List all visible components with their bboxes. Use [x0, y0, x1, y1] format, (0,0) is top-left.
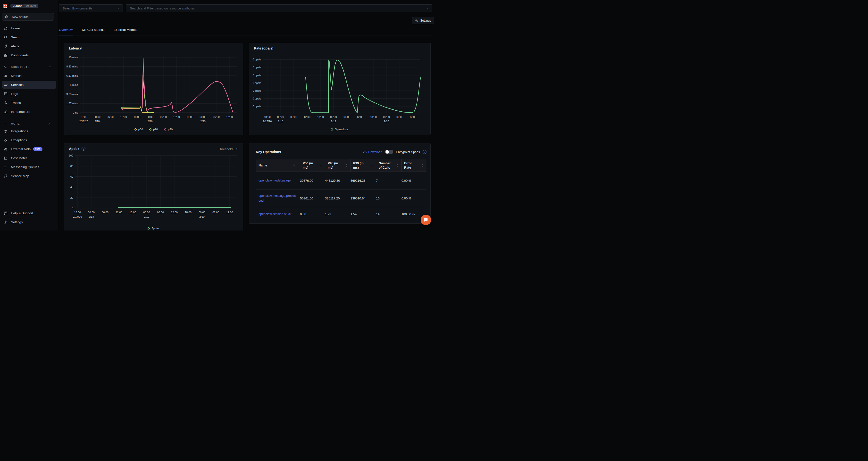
legend-item-operations[interactable]: Operations	[331, 128, 348, 131]
column-header-number-of-calls[interactable]: Number of Calls	[376, 159, 401, 171]
sidebar-item-service-map[interactable]: Service Map	[2, 172, 56, 180]
new-source-button[interactable]: New source	[2, 13, 54, 21]
sort-arrows-icon[interactable]	[320, 164, 321, 167]
column-header-p99-in-ms-[interactable]: P99 (in ms)	[350, 159, 376, 171]
sort-arrows-icon[interactable]	[346, 164, 347, 167]
legend-item-p50[interactable]: p50	[134, 128, 143, 131]
sidebar-item-label: Metrics	[11, 74, 22, 78]
latency-chart-plot: 10 mins8.33 mins6.67 mins5 mins3.33 mins…	[64, 43, 243, 135]
tab-db-call-metrics[interactable]: DB Call Metrics	[81, 26, 105, 35]
svg-text:40: 40	[70, 186, 73, 189]
svg-text:0 ops/s: 0 ops/s	[253, 74, 261, 77]
sidebar-item-exceptions[interactable]: Exceptions	[2, 136, 56, 144]
entrypoint-spans-help-icon[interactable]: ?	[423, 150, 427, 154]
svg-text:2/17/26: 2/17/26	[73, 215, 82, 218]
column-header-p50-in-ms-[interactable]: P50 (in ms)	[300, 159, 325, 171]
svg-text:60: 60	[70, 175, 73, 178]
sidebar-item-label: Infrastructure	[11, 110, 30, 113]
download-button[interactable]: Download	[363, 150, 382, 154]
sidebar-item-logs[interactable]: Logs	[2, 90, 56, 98]
cell-name[interactable]: openclaw.message.processed	[256, 193, 300, 203]
signoz-logo-icon[interactable]	[3, 4, 7, 8]
new-badge: NEW	[33, 147, 42, 151]
svg-text:00:00: 00:00	[277, 116, 284, 119]
svg-text:2/19: 2/19	[144, 215, 149, 218]
svg-text:00:00: 00:00	[94, 116, 100, 119]
chart-line-icon	[4, 156, 8, 160]
cell-p99: 339510.64	[350, 197, 376, 200]
sort-arrows-icon[interactable]	[422, 164, 423, 167]
table-row: openclaw.session.stuck0.081.231.5414100.…	[256, 207, 427, 221]
sidebar-item-external-apis[interactable]: External APIsNEW	[2, 145, 56, 153]
sidebar-item-home[interactable]: Home	[2, 24, 56, 32]
sidebar-item-label: Dashboards	[11, 54, 29, 57]
settings-button-label: Settings	[420, 19, 431, 22]
sidebar-item-settings[interactable]: Settings	[2, 218, 56, 226]
rate-chart-plot: 0 ops/s0 ops/s0 ops/s0 ops/s0 ops/s0 ops…	[249, 43, 431, 135]
sidebar-item-metrics[interactable]: Metrics	[2, 72, 56, 80]
sidebar-item-label: Settings	[11, 220, 23, 224]
legend-item-apdex[interactable]: Apdex	[148, 227, 159, 230]
legend-label: p99	[168, 128, 173, 131]
search-input[interactable]	[126, 4, 432, 12]
sidebar-item-services[interactable]: Services	[2, 81, 56, 89]
svg-text:3.33 mins: 3.33 mins	[66, 93, 78, 96]
svg-text:2/18: 2/18	[94, 120, 99, 123]
sidebar-item-messaging-queues[interactable]: Messaging Queues	[2, 163, 56, 171]
sidebar-item-traces[interactable]: Traces	[2, 99, 56, 107]
column-header-label: P95 (in ms)	[328, 161, 343, 170]
list-icon[interactable]	[47, 65, 51, 69]
sort-arrows-icon[interactable]	[371, 164, 373, 167]
server-icon	[4, 83, 8, 87]
settings-button[interactable]: Settings	[412, 17, 434, 24]
svg-text:06:00: 06:00	[290, 116, 297, 119]
sidebar-item-label: Home	[11, 27, 20, 30]
bar-chart-icon	[4, 74, 8, 78]
environment-select[interactable]: Select Environment/s	[59, 4, 123, 12]
column-header-p95-in-ms-[interactable]: P95 (in ms)	[325, 159, 350, 171]
sidebar-item-label: Exceptions	[11, 138, 27, 142]
plug-icon	[4, 129, 8, 133]
svg-text:5 mins: 5 mins	[70, 84, 78, 87]
sidebar-item-alerts[interactable]: Alerts	[2, 42, 56, 50]
legend-item-p90[interactable]: p90	[149, 128, 158, 131]
svg-text:0 ops/s: 0 ops/s	[253, 89, 261, 92]
sidebar-item-dashboards[interactable]: Dashboards	[2, 51, 56, 59]
sidebar-item-cost-meter[interactable]: Cost Meter	[2, 154, 56, 162]
latency-panel: Latency 10 mins8.33 mins6.67 mins5 mins3…	[64, 43, 243, 135]
sidebar-item-search[interactable]: Search	[2, 33, 56, 41]
sidebar: CLOUD v0.112.0 New source HomeSearchAler…	[0, 0, 58, 230]
tab-overview[interactable]: Overview	[59, 26, 73, 35]
legend-label: p90	[153, 128, 158, 131]
svg-text:8.33 mins: 8.33 mins	[66, 65, 78, 68]
rate-panel: Rate (ops/s) 0 ops/s0 ops/s0 ops/s0 ops/…	[249, 43, 431, 135]
rate-legend: Operations	[249, 128, 430, 131]
cell-p99: 1.54	[350, 212, 376, 216]
svg-text:06:00: 06:00	[102, 211, 108, 214]
legend-item-p99[interactable]: p99	[164, 128, 173, 131]
column-search-icon[interactable]	[292, 164, 296, 167]
cloud-download-icon	[363, 150, 367, 154]
chat-support-button[interactable]	[421, 215, 431, 225]
rate-series-Operations	[306, 60, 421, 113]
column-header-error-rate[interactable]: Error Rate	[401, 159, 427, 171]
chevron-up-icon[interactable]	[47, 122, 51, 126]
svg-text:00:00: 00:00	[143, 211, 150, 214]
rows-icon	[4, 165, 8, 169]
svg-text:2/18: 2/18	[89, 215, 94, 218]
svg-text:2/19: 2/19	[331, 120, 336, 123]
sidebar-item-integrations[interactable]: Integrations	[2, 127, 56, 135]
cell-name[interactable]: openclaw.model.usage	[256, 178, 300, 183]
chevron-down-icon[interactable]	[426, 7, 429, 10]
sidebar-item-infrastructure[interactable]: Infrastructure	[2, 108, 56, 116]
entrypoint-spans-toggle[interactable]	[385, 150, 393, 154]
cell-name[interactable]: openclaw.session.stuck	[256, 211, 300, 217]
ellipsis-icon	[4, 122, 7, 126]
sort-arrows-icon[interactable]	[397, 164, 398, 167]
tab-external-metrics[interactable]: External Metrics	[113, 26, 137, 35]
sidebar-item-help-support[interactable]: Help & Support	[2, 209, 56, 217]
legend-ring-icon	[164, 128, 166, 131]
shortcuts-nav: MetricsServicesLogsTracesInfrastructure	[0, 72, 58, 117]
apdex-panel: Apdex ? Threshold 0.5 10080604020018:002…	[64, 143, 243, 230]
cell-p95: 335117.20	[325, 197, 350, 200]
